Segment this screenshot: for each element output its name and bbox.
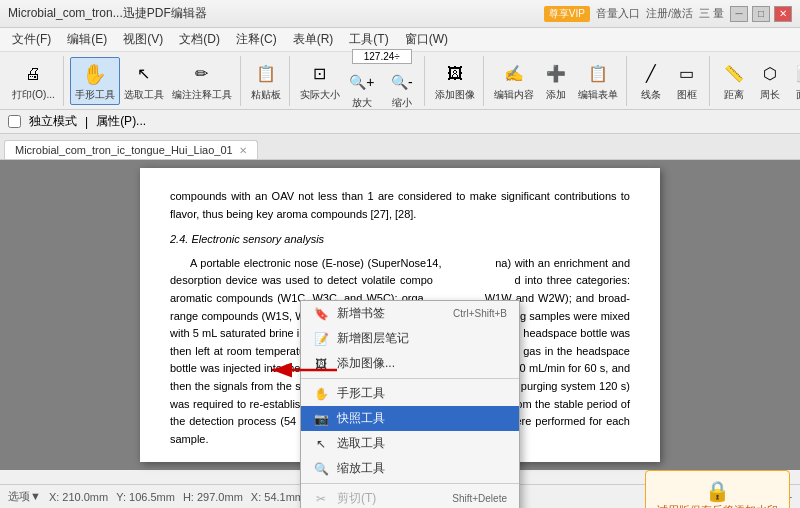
edit-form-icon: 📋 bbox=[584, 60, 612, 88]
select-tool-button[interactable]: ↖ 选取工具 bbox=[120, 58, 168, 104]
select-tool-label: 选取工具 bbox=[124, 88, 164, 102]
menu-document[interactable]: 文档(D) bbox=[171, 29, 228, 50]
vip-badge[interactable]: 尊享VIP bbox=[544, 6, 590, 22]
ctx-select-tool[interactable]: ↖ 选取工具 bbox=[301, 431, 519, 456]
ctx-snapshot-icon: 📷 bbox=[313, 412, 329, 426]
edit-content-label: 编辑内容 bbox=[494, 88, 534, 102]
edit-content-button[interactable]: ✍ 编辑内容 bbox=[490, 58, 538, 104]
add-icon: ➕ bbox=[542, 60, 570, 88]
menu-form[interactable]: 表单(R) bbox=[285, 29, 342, 50]
vip-popup-text: 试用版保存后将添加水印 bbox=[654, 503, 781, 508]
hand-tool-button[interactable]: ✋ 手形工具 bbox=[70, 57, 120, 105]
ctx-hand-tool[interactable]: ✋ 手形工具 bbox=[301, 381, 519, 406]
edit-form-label: 编辑表单 bbox=[578, 88, 618, 102]
measure-group: 📏 距离 ⬡ 周长 ⬜ 面积 bbox=[712, 56, 800, 106]
edit-form-button[interactable]: 📋 编辑表单 bbox=[574, 58, 622, 104]
zoom-out-button[interactable]: 🔍- 缩小 bbox=[384, 66, 420, 112]
print-group: 🖨 打印(O)... bbox=[4, 56, 64, 106]
zoom-in-button[interactable]: 🔍+ 放大 bbox=[344, 66, 380, 112]
close-button[interactable]: ✕ bbox=[774, 6, 792, 22]
status-pos-y: Y: 106.5mm bbox=[116, 491, 175, 503]
window-title: Microbial_com_tron...迅捷PDF编辑器 bbox=[8, 5, 207, 22]
print-button[interactable]: 🖨 打印(O)... bbox=[8, 58, 59, 104]
menu-edit[interactable]: 编辑(E) bbox=[59, 29, 115, 50]
perimeter-button[interactable]: ⬡ 周长 bbox=[752, 58, 788, 104]
tools-group: ✋ 手形工具 ↖ 选取工具 ✏ 编注注释工具 bbox=[66, 56, 241, 106]
ctx-label-hand: 手形工具 bbox=[337, 385, 385, 402]
bookmark-icon: 🔖 bbox=[313, 307, 329, 321]
secondary-toolbar: 独立模式 | 属性(P)... bbox=[0, 110, 800, 134]
edit-content-icon: ✍ bbox=[500, 60, 528, 88]
standalone-mode-checkbox[interactable] bbox=[8, 115, 21, 128]
ctx-shortcut-cut: Shift+Delete bbox=[452, 493, 507, 504]
annot-tool-label: 编注注释工具 bbox=[172, 88, 232, 102]
minimize-button[interactable]: ─ bbox=[730, 6, 748, 22]
ctx-label-snapshot: 快照工具 bbox=[337, 410, 385, 427]
paste-label: 粘贴板 bbox=[251, 88, 281, 102]
add-button[interactable]: ➕ 添加 bbox=[538, 58, 574, 104]
area-label: 面积 bbox=[796, 88, 800, 102]
ctx-label-bookmark: 新增书签 bbox=[337, 305, 385, 322]
pdf-paragraph-1: compounds with an OAV not less than 1 ar… bbox=[170, 188, 630, 223]
selection-dropdown[interactable]: 选项▼ bbox=[8, 489, 41, 504]
lines-icon: ╱ bbox=[637, 60, 665, 88]
status-size-w: H: 297.0mm bbox=[183, 491, 243, 503]
ctx-add-image[interactable]: 🖼 添加图像... bbox=[301, 351, 519, 376]
stamp-icon: 🔒 bbox=[654, 479, 781, 503]
ctx-image-icon: 🖼 bbox=[313, 357, 329, 371]
add-image-button[interactable]: 🖼 添加图像 bbox=[431, 58, 479, 104]
shapes-group: ╱ 线条 ▭ 图框 bbox=[629, 56, 710, 106]
paste-button[interactable]: 📋 粘贴板 bbox=[247, 58, 285, 104]
annot-tool-button[interactable]: ✏ 编注注释工具 bbox=[168, 58, 236, 104]
area-button[interactable]: ⬜ 面积 bbox=[788, 58, 800, 104]
tab-label: Microbial_com_tron_ic_tongue_Hui_Liao_01 bbox=[15, 144, 233, 156]
ctx-hand-icon: ✋ bbox=[313, 387, 329, 401]
paste-icon: 📋 bbox=[252, 60, 280, 88]
vip-popup: 🔒 试用版保存后将添加水印 开通VIP即可去除水印！ 立即开通VIP bbox=[645, 470, 790, 508]
lines-label: 线条 bbox=[641, 88, 661, 102]
tab-close-button[interactable]: ✕ bbox=[239, 145, 247, 156]
add-label: 添加 bbox=[546, 88, 566, 102]
zoom-input[interactable] bbox=[352, 49, 412, 64]
ctx-add-bookmark[interactable]: 🔖 新增书签 Ctrl+Shift+B bbox=[301, 301, 519, 326]
menu-view[interactable]: 视图(V) bbox=[115, 29, 171, 50]
ctx-label-layer-note: 新增图层笔记 bbox=[337, 330, 409, 347]
ctx-label-cut: 剪切(T) bbox=[337, 490, 376, 507]
ctx-select-icon: ↖ bbox=[313, 437, 329, 451]
actual-size-icon: ⊡ bbox=[306, 60, 334, 88]
zoom-in-icon: 🔍+ bbox=[348, 68, 376, 96]
menu-comment[interactable]: 注释(C) bbox=[228, 29, 285, 50]
shapes-label: 图框 bbox=[677, 88, 697, 102]
ctx-zoom-tool[interactable]: 🔍 缩放工具 bbox=[301, 456, 519, 481]
printer-icon: 🖨 bbox=[19, 60, 47, 88]
ctx-cut[interactable]: ✂ 剪切(T) Shift+Delete bbox=[301, 486, 519, 508]
properties-link[interactable]: 属性(P)... bbox=[96, 113, 146, 130]
ctx-label-zoom: 缩放工具 bbox=[337, 460, 385, 477]
menu-window[interactable]: 窗口(W) bbox=[397, 29, 456, 50]
shapes-button[interactable]: ▭ 图框 bbox=[669, 58, 705, 104]
perimeter-label: 周长 bbox=[760, 88, 780, 102]
status-left: 选项▼ X: 210.0mm Y: 106.5mm H: 297.0mm X: … bbox=[8, 489, 304, 504]
zoom-in-label: 放大 bbox=[352, 96, 372, 110]
menu-file[interactable]: 文件(F) bbox=[4, 29, 59, 50]
top-menu-audio: 音量入口 bbox=[596, 6, 640, 21]
main-toolbar: 🖨 打印(O)... ✋ 手形工具 ↖ 选取工具 ✏ 编注注释工具 📋 粘贴板 … bbox=[0, 52, 800, 110]
area-icon: ⬜ bbox=[792, 60, 800, 88]
distance-icon: 📏 bbox=[720, 60, 748, 88]
add-image-icon: 🖼 bbox=[441, 60, 469, 88]
document-tab[interactable]: Microbial_com_tron_ic_tongue_Hui_Liao_01… bbox=[4, 140, 258, 159]
distance-label: 距离 bbox=[724, 88, 744, 102]
distance-button[interactable]: 📏 距离 bbox=[716, 58, 752, 104]
hand-tool-icon: ✋ bbox=[81, 60, 109, 88]
maximize-button[interactable]: □ bbox=[752, 6, 770, 22]
ctx-snapshot-tool[interactable]: 📷 快照工具 bbox=[301, 406, 519, 431]
lines-button[interactable]: ╱ 线条 bbox=[633, 58, 669, 104]
ctx-cut-icon: ✂ bbox=[313, 492, 329, 506]
actual-size-button[interactable]: ⊡ 实际大小 bbox=[296, 58, 344, 104]
shapes-icon: ▭ bbox=[673, 60, 701, 88]
ctx-add-layer-note[interactable]: 📝 新增图层笔记 bbox=[301, 326, 519, 351]
tab-bar: Microbial_com_tron_ic_tongue_Hui_Liao_01… bbox=[0, 134, 800, 160]
menu-tool[interactable]: 工具(T) bbox=[341, 29, 396, 50]
top-menu-extra: 三 量 bbox=[699, 6, 724, 21]
separator-2 bbox=[301, 483, 519, 484]
